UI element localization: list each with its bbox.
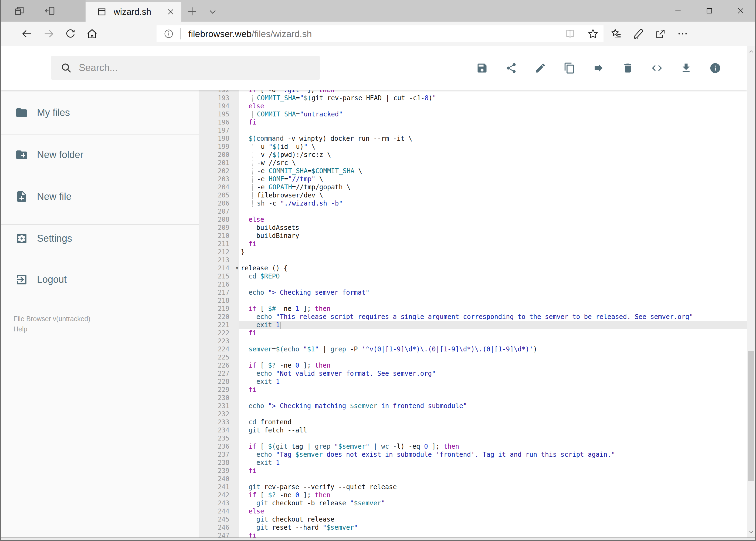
search-input[interactable] [79, 62, 320, 74]
code-line[interactable]: if [ $(git tag | grep "$semver" | wc -l)… [239, 442, 747, 450]
code-line[interactable]: git checkout -b release "$semver" [239, 499, 747, 507]
code-line[interactable]: git reset --hard "$semver" [239, 523, 747, 532]
code-line[interactable] [239, 296, 747, 305]
code-line[interactable]: git fetch --all [239, 426, 747, 434]
vertical-scrollbar[interactable] [747, 46, 755, 537]
edit-icon[interactable] [534, 62, 546, 74]
code-line[interactable] [239, 337, 747, 345]
hub-favorites-icon[interactable] [610, 28, 622, 40]
code-line[interactable]: semver=$(echo "$1" | grep -P '^v(0|[1-9]… [239, 345, 747, 353]
code-line[interactable]: cd $REPO [239, 272, 747, 280]
delete-icon[interactable] [622, 62, 634, 74]
refresh-icon[interactable] [64, 27, 78, 41]
code-line[interactable]: fi [239, 386, 747, 394]
code-line[interactable]: -e COMMIT_SHA=$COMMIT_SHA \ [239, 167, 747, 175]
code-line[interactable] [239, 475, 747, 483]
url-field[interactable]: filebrowser.web/files/wizard.sh [156, 25, 604, 42]
code-line[interactable]: } [239, 248, 747, 256]
new-tab-icon[interactable] [186, 5, 198, 17]
window-close-button[interactable] [725, 0, 756, 22]
code-line[interactable]: echo "This release script requires a sin… [239, 313, 747, 321]
horizontal-scrollbar[interactable] [1, 538, 755, 540]
code-line[interactable]: else [239, 507, 747, 515]
search-box[interactable] [51, 56, 320, 80]
sidebar-item-new-folder[interactable]: New folder [1, 142, 199, 168]
code-line[interactable]: fi [239, 329, 747, 337]
move-icon[interactable] [593, 62, 605, 74]
code-line[interactable]: fi [239, 118, 747, 126]
fold-marker-icon[interactable]: ▾ [236, 264, 238, 272]
window-minimize-button[interactable] [662, 0, 693, 22]
code-line[interactable]: fi [239, 467, 747, 475]
code-line[interactable]: else [239, 216, 747, 224]
forward-icon[interactable] [42, 27, 56, 41]
code-line[interactable]: git rev-parse --verify --quiet release [239, 483, 747, 491]
code-line[interactable]: cd frontend [239, 418, 747, 426]
code-line[interactable]: echo "Tag $semver does not exist in subm… [239, 450, 747, 459]
code-line[interactable]: buildAssets [239, 224, 747, 232]
code-line[interactable] [239, 280, 747, 288]
code-line[interactable] [239, 394, 747, 402]
code-line[interactable]: exit 1 [239, 377, 747, 386]
code-line[interactable]: release () { [239, 264, 747, 272]
code-view-icon[interactable] [651, 62, 663, 74]
code-line[interactable]: COMMIT_SHA="$(git rev-parse HEAD | cut -… [239, 94, 747, 102]
code-line[interactable]: fi [239, 532, 747, 537]
code-line[interactable]: echo "> Checking semver format" [239, 288, 747, 296]
favorite-star-icon[interactable] [587, 28, 599, 39]
download-icon[interactable] [680, 62, 692, 74]
code-line[interactable]: if [ -d ".git" ]; then [239, 90, 747, 94]
code-line[interactable] [239, 410, 747, 418]
code-line[interactable] [239, 208, 747, 216]
web-notes-pen-icon[interactable] [632, 28, 644, 40]
home-icon[interactable] [85, 27, 99, 41]
sidebar-item-new-file[interactable]: New file [1, 184, 199, 210]
code-line[interactable]: $(command -v winpty) docker run --rm -it… [239, 135, 747, 143]
code-line[interactable]: echo "> Checking matching $semver in fro… [239, 402, 747, 410]
code-line[interactable]: exit 1 [239, 459, 747, 467]
code-line[interactable]: -u "$(id -u)" \ [239, 143, 747, 151]
scroll-down-icon[interactable] [747, 527, 755, 536]
sidebar-item-settings[interactable]: Settings [1, 226, 199, 252]
code-line[interactable]: -v /$(pwd):/src:z \ [239, 151, 747, 159]
code-line[interactable]: if [ $# -ne 1 ]; then [239, 305, 747, 313]
code-line[interactable]: sh -c "./wizard.sh -b" [239, 199, 747, 208]
scroll-up-icon[interactable] [747, 47, 755, 56]
code-line[interactable]: -w //src \ [239, 159, 747, 167]
code-line[interactable]: -e GOPATH=//tmp/gopath \ [239, 183, 747, 191]
window-maximize-button[interactable] [694, 0, 725, 22]
code-line[interactable]: COMMIT_SHA="untracked" [239, 110, 747, 118]
copy-icon[interactable] [564, 62, 576, 74]
save-icon[interactable] [476, 62, 488, 74]
code-editor[interactable]: 192 if [ -d ".git" ]; then193 COMMIT_SHA… [199, 90, 747, 537]
info-icon[interactable] [709, 62, 721, 74]
code-line[interactable] [239, 256, 747, 264]
code-line[interactable]: fi [239, 240, 747, 248]
help-link[interactable]: Help [14, 324, 91, 334]
share-page-icon[interactable] [654, 28, 666, 40]
code-line[interactable]: buildBinary [239, 232, 747, 240]
tab-preview-icon[interactable] [14, 5, 25, 16]
code-line[interactable] [239, 353, 747, 361]
code-line[interactable]: else [239, 102, 747, 110]
code-line[interactable]: echo "Not valid semver format. See semve… [239, 369, 747, 377]
settings-ellipsis-icon[interactable] [677, 28, 688, 40]
code-line-active[interactable]: exit 1 [239, 321, 747, 329]
share-icon[interactable] [505, 62, 517, 74]
site-info-icon[interactable] [163, 29, 174, 39]
tab-close-icon[interactable] [166, 7, 175, 17]
code-line[interactable] [239, 126, 747, 135]
code-line[interactable] [239, 434, 747, 442]
back-icon[interactable] [20, 27, 34, 41]
sidebar-item-logout[interactable]: Logout [1, 267, 199, 292]
code-line[interactable]: -e HOME="//tmp" \ [239, 175, 747, 183]
sidebar-item-my-files[interactable]: My files [1, 100, 199, 126]
set-tabs-aside-icon[interactable] [44, 5, 56, 16]
browser-tab[interactable]: wizard.sh [86, 2, 181, 22]
tab-list-chevron-icon[interactable] [207, 6, 218, 17]
code-line[interactable]: git checkout release [239, 515, 747, 523]
code-line[interactable]: if [ $? -ne 0 ]; then [239, 491, 747, 499]
reading-view-icon[interactable] [565, 28, 576, 39]
code-line[interactable]: if [ $? -ne 0 ]; then [239, 361, 747, 369]
scrollbar-thumb[interactable] [748, 351, 754, 481]
